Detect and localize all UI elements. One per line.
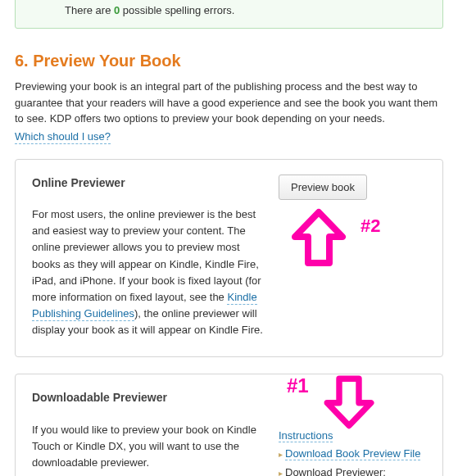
arrow-down-icon: [320, 371, 379, 433]
online-previewer-heading: Online Previewer: [32, 175, 264, 193]
online-previewer-text-a: For most users, the online previewer is …: [32, 208, 261, 303]
downloadable-previewer-heading: Downloadable Previewer: [32, 389, 264, 407]
annotation-marker-2: #2: [361, 215, 380, 237]
online-previewer-card: Online Previewer For most users, the onl…: [15, 159, 443, 358]
section-title: 6. Preview Your Book: [15, 52, 443, 70]
download-previewer-label: Download Previewer:: [285, 466, 386, 477]
spellcheck-suffix: possible spelling errors.: [120, 4, 234, 16]
downloadable-previewer-text: If you would like to preview your book o…: [32, 424, 256, 469]
spellcheck-status-box: There are 0 possible spelling errors.: [15, 0, 443, 29]
download-preview-file-link[interactable]: Download Book Preview File: [285, 447, 420, 460]
downloadable-previewer-card: Downloadable Previewer If you would like…: [15, 374, 443, 476]
preview-book-button[interactable]: Preview book: [279, 175, 367, 200]
section-intro: Previewing your book is an integral part…: [15, 79, 443, 127]
which-should-i-use-link[interactable]: Which should I use?: [15, 130, 111, 144]
caret-icon: ▸: [279, 450, 283, 459]
arrow-up-icon: [287, 207, 351, 274]
annotation-marker-1: #1: [287, 374, 309, 397]
spellcheck-prefix: There are: [65, 4, 114, 16]
caret-icon: ▸: [279, 469, 283, 477]
